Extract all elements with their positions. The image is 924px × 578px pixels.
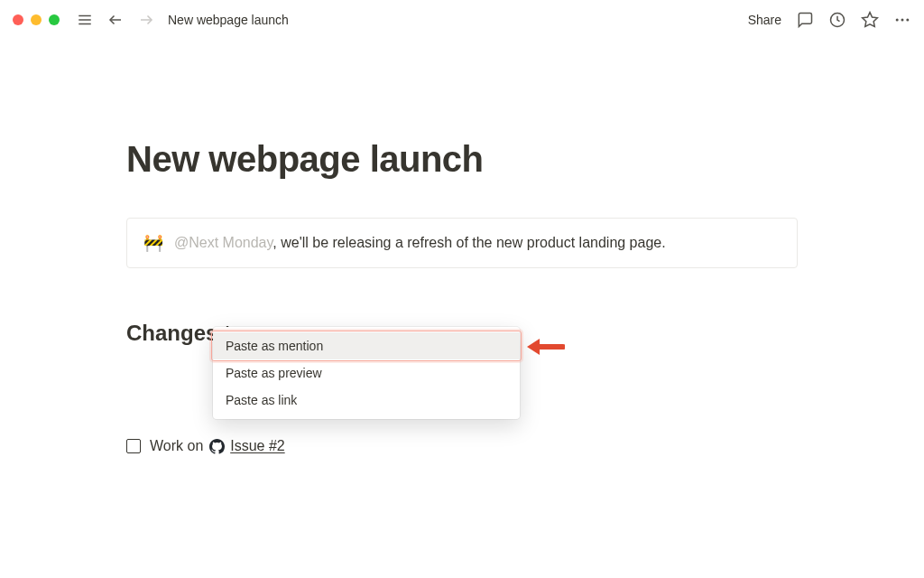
favorite-button[interactable] — [861, 11, 879, 29]
page-title[interactable]: New webpage launch — [126, 139, 798, 180]
window-traffic-lights — [13, 14, 60, 25]
todo-prefix: Work on — [150, 438, 208, 453]
sidebar-toggle-button[interactable] — [74, 9, 96, 31]
svg-point-8 — [901, 19, 904, 22]
star-icon — [861, 11, 879, 29]
window-minimize-icon[interactable] — [31, 14, 42, 25]
svg-point-7 — [896, 19, 899, 22]
svg-marker-11 — [527, 339, 540, 355]
more-button[interactable] — [893, 11, 911, 29]
issue-link[interactable]: Issue #2 — [230, 438, 284, 453]
arrow-left-icon — [527, 336, 565, 358]
callout-text: @Next Monday, we'll be releasing a refre… — [174, 235, 666, 251]
svg-point-9 — [906, 19, 909, 22]
updates-button[interactable] — [828, 11, 846, 29]
comments-button[interactable] — [796, 11, 814, 29]
arrow-right-icon — [138, 12, 154, 28]
callout-body: , we'll be releasing a refresh of the ne… — [273, 235, 665, 250]
paste-as-link-option[interactable]: Paste as link — [213, 387, 520, 414]
callout-block[interactable]: 🚧 @Next Monday, we'll be releasing a ref… — [126, 218, 798, 268]
svg-marker-6 — [863, 13, 878, 27]
paste-as-preview-option[interactable]: Paste as preview — [213, 359, 520, 387]
todo-item[interactable]: Work on Issue #2 — [126, 438, 798, 454]
nav-forward-button[interactable] — [135, 9, 157, 31]
dots-horizontal-icon — [893, 11, 911, 29]
breadcrumb[interactable]: New webpage launch — [168, 13, 289, 27]
share-button[interactable]: Share — [748, 13, 781, 27]
comment-icon — [796, 11, 814, 29]
window-close-icon[interactable] — [13, 14, 23, 25]
nav-back-button[interactable] — [105, 9, 126, 31]
topbar: New webpage launch Share — [0, 0, 924, 40]
annotation-arrow — [527, 336, 565, 361]
checkbox[interactable] — [126, 439, 141, 453]
arrow-left-icon — [107, 12, 124, 28]
paste-as-mention-option[interactable]: Paste as mention — [213, 332, 520, 359]
construction-icon: 🚧 — [143, 233, 163, 253]
window-zoom-icon[interactable] — [49, 14, 60, 25]
topbar-actions: Share — [748, 11, 911, 29]
todo-text: Work on Issue #2 — [150, 438, 285, 454]
hamburger-icon — [77, 12, 93, 28]
github-icon — [209, 439, 225, 454]
date-mention[interactable]: @Next Monday — [174, 235, 273, 250]
clock-icon — [828, 11, 846, 29]
paste-options-menu: Paste as mention Paste as preview Paste … — [213, 327, 520, 419]
